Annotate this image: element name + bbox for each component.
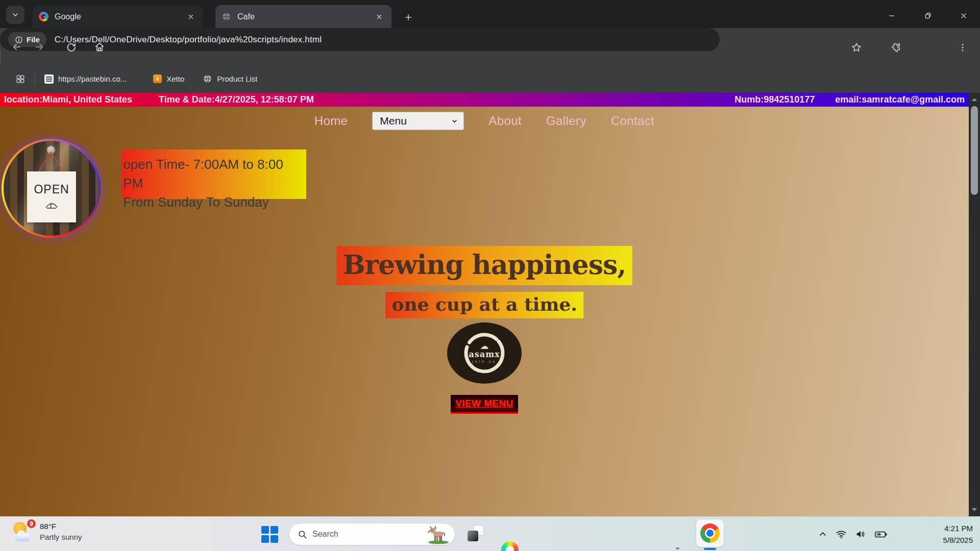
wifi-icon[interactable]: [835, 529, 847, 540]
sign-string: [51, 152, 64, 172]
bookmark-product-list[interactable]: Product List: [199, 71, 261, 87]
search-icon: [298, 530, 307, 539]
hero-heading: Brewing happiness,: [337, 246, 632, 285]
weather-temp: 88°F: [40, 521, 82, 532]
page-scrollbar[interactable]: [969, 93, 980, 516]
restore-icon: [924, 12, 932, 20]
open-sign-photo-frame: OPEN: [2, 139, 101, 238]
tab-close-button[interactable]: [373, 11, 385, 23]
menu-select-value: Menu: [380, 115, 407, 127]
bookmark-label: Product List: [217, 74, 257, 83]
tab-cafe[interactable]: Cafe: [215, 5, 391, 28]
reload-icon: [66, 42, 77, 53]
nav-link-home[interactable]: Home: [314, 114, 348, 128]
tab-close-button[interactable]: [185, 11, 197, 23]
bookmarks-divider: [35, 73, 35, 85]
clock-time: 4:21 PM: [943, 522, 973, 534]
nav-link-gallery[interactable]: Gallery: [546, 114, 586, 128]
menu-select[interactable]: Menu: [372, 112, 464, 130]
tray-chevron-up-icon[interactable]: [818, 529, 828, 539]
scroll-down-icon[interactable]: [970, 506, 978, 514]
bookmark-label: Xetto: [166, 74, 184, 83]
xetto-favicon-icon: x: [153, 74, 162, 83]
chrome-button-active[interactable]: [696, 519, 724, 547]
window-close-button[interactable]: [953, 9, 974, 22]
bookmarks-bar: https://pastebin.co... x Xetto Product L…: [0, 65, 980, 93]
marquee-number: Numb:9842510177: [734, 94, 815, 105]
star-icon: [851, 42, 862, 53]
battery-charging-icon[interactable]: [874, 529, 888, 540]
google-favicon-icon: [39, 12, 48, 21]
plus-icon: [404, 13, 413, 22]
bookmark-star-button[interactable]: [849, 40, 864, 55]
nav-link-contact[interactable]: Contact: [611, 114, 655, 128]
windows-taskbar: 9 88°F Partly sunny: [0, 516, 980, 551]
close-icon: [960, 12, 968, 20]
globe-favicon-icon: [222, 12, 231, 21]
window-restore-button[interactable]: [918, 9, 938, 22]
marquee-datetime: Time & Date:4/27/2025, 12:58:07 PM: [159, 94, 314, 105]
volume-icon[interactable]: [854, 529, 867, 540]
cloud-icon: [14, 534, 31, 541]
task-view-button[interactable]: [468, 525, 484, 541]
page-viewport: location:Miami, United States Time & Dat…: [0, 93, 969, 516]
forward-arrow-icon: [34, 41, 45, 53]
forward-button[interactable]: [32, 39, 47, 55]
search-input[interactable]: [312, 530, 409, 539]
marquee-bar: location:Miami, United States Time & Dat…: [0, 93, 969, 107]
chevron-down-icon: [11, 11, 19, 19]
copilot-button[interactable]: [501, 541, 519, 551]
minimize-icon: [888, 12, 896, 20]
home-icon: [94, 41, 105, 53]
desktop-screen: Google Cafe: [0, 0, 980, 551]
globe-icon: [203, 74, 212, 84]
open-sign-text: OPEN: [34, 183, 69, 196]
apps-grid-icon: [15, 74, 26, 84]
reload-button[interactable]: [63, 39, 79, 55]
clock-date: 5/8/2025: [943, 534, 973, 546]
new-tab-button[interactable]: [400, 9, 416, 26]
nav-link-about[interactable]: About: [488, 114, 522, 128]
hours-line2: From Sunday To Sunday: [123, 193, 306, 212]
open-sign-photo: OPEN: [4, 141, 99, 236]
bookmark-xetto[interactable]: x Xetto: [149, 71, 188, 87]
sign-string: [38, 152, 52, 172]
home-button[interactable]: [92, 39, 107, 55]
browser-menu-button[interactable]: [955, 40, 970, 55]
start-button[interactable]: [261, 526, 278, 542]
tab-title: Google: [55, 12, 185, 21]
scroll-up-icon[interactable]: [970, 95, 978, 104]
address-bar[interactable]: File C:/Users/Dell/OneDrive/Desktop/port…: [0, 28, 720, 51]
view-menu-label: VIEW MENU: [455, 398, 513, 409]
taskbar-weather-widget[interactable]: 9 88°F Partly sunny: [12, 521, 82, 542]
active-app-indicator: [704, 548, 716, 550]
hours-line1: open Time- 7:00AM to 8:00 PM: [123, 155, 306, 193]
running-indicator-dot: [676, 547, 679, 549]
back-arrow-icon: [11, 41, 22, 53]
window-minimize-button[interactable]: [881, 9, 902, 22]
weather-icon: 9: [12, 521, 34, 542]
system-tray: [818, 517, 888, 551]
taskbar-search[interactable]: [289, 523, 455, 545]
puzzle-icon: [890, 42, 901, 53]
extensions-button[interactable]: [889, 40, 903, 55]
open-sign-board: OPEN: [27, 171, 76, 222]
cafe-logo: ☁ asamx join us: [447, 322, 522, 384]
chrome-icon: [700, 523, 720, 543]
tab-google[interactable]: Google: [33, 5, 203, 28]
back-button[interactable]: [9, 39, 24, 55]
logo-ring-icon: [461, 330, 508, 377]
apps-grid-button[interactable]: [11, 71, 30, 87]
tab-search-button[interactable]: [6, 6, 24, 24]
view-menu-button[interactable]: VIEW MENU: [451, 395, 518, 414]
close-icon: [187, 13, 194, 20]
taskbar-clock[interactable]: 4:21 PM 5/8/2025: [943, 522, 973, 546]
close-icon: [376, 13, 383, 20]
pastebin-favicon-icon: [44, 74, 54, 84]
sign-emblem-icon: [44, 202, 59, 210]
browser-toolbar: File C:/Users/Dell/OneDrive/Desktop/port…: [0, 28, 980, 65]
scrollbar-thumb[interactable]: [971, 106, 978, 195]
bookmark-pastebin[interactable]: https://pastebin.co...: [40, 71, 131, 87]
kebab-menu-icon: [958, 42, 968, 53]
toolbar-divider: [0, 51, 1, 64]
